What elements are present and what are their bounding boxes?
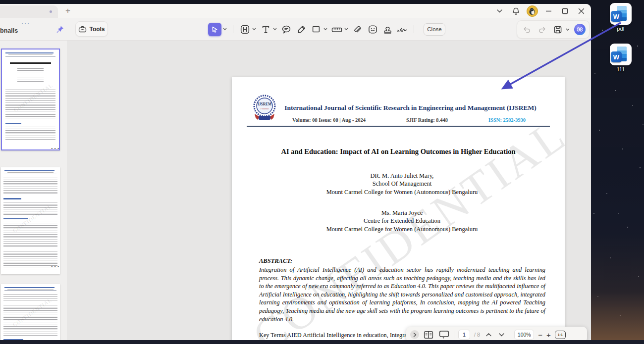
horizon-glow <box>591 233 644 340</box>
attachment-tool-button[interactable] <box>352 23 364 35</box>
thumbnails-panel-title: bnails <box>0 27 18 34</box>
author-block-2: Ms. Maria Joyce Centre for Extended Educ… <box>259 209 545 233</box>
thumbnail-overflow-dots[interactable]: ··· <box>51 145 60 152</box>
ai-atom-icon <box>576 26 584 33</box>
word-file-icon: W <box>610 3 632 25</box>
signature-tool-button[interactable] <box>396 23 408 35</box>
redo-button[interactable] <box>537 24 548 36</box>
svg-text:e-Journal: e-Journal <box>261 107 269 110</box>
chevron-up-icon <box>486 333 491 337</box>
square-icon <box>312 25 321 34</box>
pdf-page[interactable]: CONFIDENTIAL IJSREM e-Journal Internatio… <box>232 77 565 340</box>
zoom-out-button[interactable]: − <box>538 331 542 339</box>
cursor-icon <box>211 26 218 33</box>
page-layout-button[interactable] <box>423 329 434 340</box>
pin-icon[interactable] <box>55 25 64 37</box>
annotation-toolbar: Close <box>208 21 445 37</box>
comment-tool-button[interactable] <box>280 23 292 35</box>
chevron-down-icon[interactable] <box>493 5 505 16</box>
author-name: Ms. Maria Joyce <box>259 209 545 217</box>
pen-tool-button[interactable] <box>295 23 307 35</box>
thumbnail-overflow-dots[interactable]: ··· <box>51 262 60 270</box>
titlebar-controls <box>493 4 587 18</box>
actual-size-button[interactable]: 1:1 <box>555 331 566 339</box>
undo-icon <box>522 26 531 34</box>
journal-logo: IJSREM e-Journal <box>253 94 276 124</box>
chevron-down-icon <box>499 333 504 337</box>
starfield <box>0 0 1 1</box>
speech-bubble-icon <box>281 25 291 34</box>
document-canvas: CONFIDENTIAL IJSREM e-Journal Internatio… <box>67 41 591 340</box>
select-tool-chevron[interactable] <box>223 28 227 31</box>
paper-title: AI and Education: Impact of AI on Learni… <box>252 147 545 156</box>
svg-text:IJSREM: IJSREM <box>258 102 271 106</box>
desktop-background: W pdf W 111 + <box>0 0 644 344</box>
close-toolbar-button[interactable]: Close <box>424 23 445 36</box>
collapse-bar-button[interactable] <box>410 330 419 339</box>
abstract-text: Integration of Artificial Intelligence (… <box>259 266 545 323</box>
new-tab-button[interactable]: + <box>62 5 73 16</box>
undo-button[interactable] <box>521 24 533 36</box>
paperclip-icon <box>353 25 362 34</box>
heading-tool-chevron[interactable] <box>252 28 256 31</box>
desktop-icon-label: 111 <box>605 66 637 72</box>
chevron-right-icon <box>413 333 417 337</box>
journal-name: International Journal of Scientific Rese… <box>275 104 545 112</box>
sticker-face-icon <box>368 25 377 34</box>
thumbnails-panel: CONFIDENTIAL ··· CONFIDENTIAL ··· <box>0 41 67 340</box>
sticker-tool-button[interactable] <box>367 23 378 35</box>
shape-tool-button[interactable] <box>310 23 322 35</box>
document-tab[interactable] <box>0 5 58 18</box>
heading-tool-button[interactable] <box>239 23 251 35</box>
ai-assistant-button[interactable] <box>574 24 586 35</box>
next-page-button[interactable] <box>497 330 506 339</box>
maximize-button[interactable] <box>559 5 571 16</box>
notifications-bell-icon[interactable] <box>510 5 522 16</box>
stamp-tool-button[interactable] <box>381 23 393 35</box>
screen-pointer-icon <box>439 330 449 339</box>
author-dept: Centre for Extended Education <box>259 217 545 225</box>
page-thumbnail-3[interactable]: CONFIDENTIAL <box>1 284 60 340</box>
page-thumbnail-1[interactable]: CONFIDENTIAL <box>1 49 60 150</box>
measure-tool-button[interactable] <box>331 23 343 35</box>
h-box-icon <box>240 25 250 34</box>
author-institution: Mount Carmel College for Women (Autonomo… <box>259 225 545 233</box>
save-options-chevron[interactable] <box>566 28 570 31</box>
zoom-in-button[interactable]: + <box>546 331 551 339</box>
previous-page-button[interactable] <box>484 330 493 339</box>
presentation-mode-button[interactable] <box>438 329 450 340</box>
desktop-icon-label: pdf <box>605 26 637 32</box>
journal-sjif: SJIF Rating: 8.448 <box>406 117 448 123</box>
journal-issn: ISSN: 2582-3930 <box>488 117 526 123</box>
text-tool-chevron[interactable] <box>273 28 277 31</box>
account-avatar[interactable] <box>526 5 538 16</box>
desktop-icon-pdf[interactable]: W pdf <box>605 3 637 32</box>
zoom-level-input[interactable]: 100% <box>514 330 534 340</box>
close-window-button[interactable] <box>575 5 587 16</box>
panel-drag-handle[interactable]: ··· <box>21 20 30 27</box>
desktop-icon-111[interactable]: W 111 <box>605 44 637 72</box>
author-name: DR. M. Anto Juliet Mary, <box>259 172 545 180</box>
measure-tool-chevron[interactable] <box>344 28 348 31</box>
shape-tool-chevron[interactable] <box>323 28 327 31</box>
header-rule <box>247 126 550 127</box>
marker-pen-icon <box>297 25 306 34</box>
journal-volume: Volume: 08 Issue: 08 | Aug - 2024 <box>292 117 366 123</box>
page-thumbnail-2[interactable]: CONFIDENTIAL <box>1 167 60 274</box>
save-button[interactable] <box>552 24 564 36</box>
text-icon <box>261 25 270 34</box>
text-tool-button[interactable] <box>260 23 271 35</box>
redo-icon <box>538 26 547 34</box>
tab-bar: + <box>0 4 591 18</box>
minimize-button[interactable] <box>542 5 554 16</box>
tools-label: Tools <box>89 26 105 33</box>
select-tool-button[interactable] <box>208 23 221 36</box>
save-floppy-icon <box>553 25 562 34</box>
author-dept: School Of Management <box>259 180 545 188</box>
ruler-icon <box>331 25 342 34</box>
tools-button[interactable]: Tools <box>75 21 108 37</box>
page-number-input[interactable]: 1 <box>458 330 470 340</box>
stamp-icon <box>383 25 392 34</box>
signature-icon <box>396 25 408 34</box>
author-block-1: DR. M. Anto Juliet Mary, School Of Manag… <box>259 172 545 196</box>
